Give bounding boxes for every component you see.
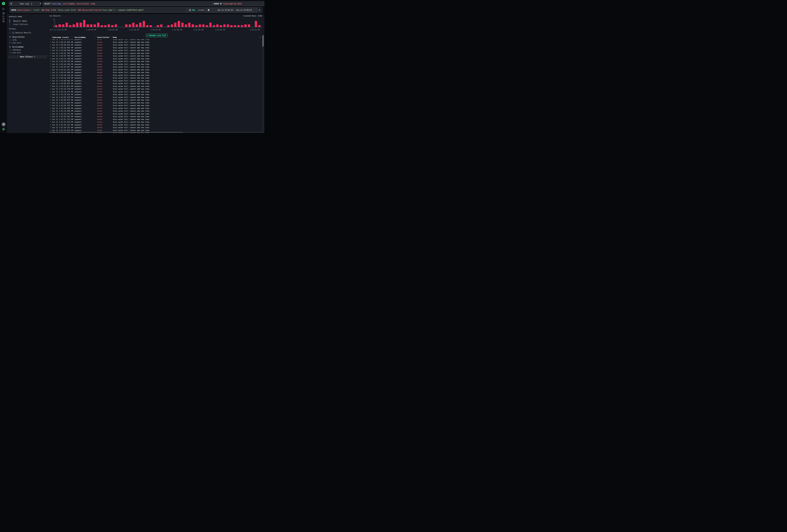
checkout-checkbox[interactable] xyxy=(9,49,11,51)
row-expand-icon[interactable] xyxy=(50,75,51,76)
histogram-bar[interactable] xyxy=(97,23,99,27)
histogram-bar[interactable] xyxy=(59,24,61,27)
histogram-bar[interactable] xyxy=(160,24,163,27)
row-expand-icon[interactable] xyxy=(50,58,51,59)
histogram-bar[interactable] xyxy=(87,24,89,27)
table-row[interactable]: Jun 11 1:55:16.296 PMpaymenterrorVisa ca… xyxy=(49,63,262,66)
histogram-bar[interactable] xyxy=(76,23,78,27)
row-expand-icon[interactable] xyxy=(50,110,51,112)
table-row[interactable]: Jun 11 1:53:24.274 PMpaymenterrorVisa ca… xyxy=(49,90,262,93)
run-query-button[interactable] xyxy=(257,7,262,13)
user-avatar[interactable]: U xyxy=(2,127,5,131)
histogram-bar[interactable] xyxy=(55,25,57,27)
row-expand-icon[interactable] xyxy=(50,66,51,67)
table-row[interactable]: Jun 11 1:56:32.843 PMpaymenterrorVisa ca… xyxy=(49,46,262,49)
histogram-bar[interactable] xyxy=(157,25,159,27)
histogram-bar[interactable] xyxy=(227,24,229,27)
histogram-bar[interactable] xyxy=(220,25,222,27)
resume-live-tail-button[interactable]: Resume Live Tail xyxy=(146,34,168,37)
search-logs-icon[interactable] xyxy=(2,12,5,15)
histogram-bar[interactable] xyxy=(108,24,110,27)
table-row[interactable]: Jun 11 1:53:00.676 PMpaymenterrorVisa ca… xyxy=(49,99,262,101)
histogram-bar[interactable] xyxy=(129,24,131,27)
table-row[interactable]: Jun 11 1:56:08.948 PMpaymenterrorVisa ca… xyxy=(49,49,262,52)
table-row[interactable]: Jun 11 1:55:07.827 PMpaymenterrorVisa ca… xyxy=(49,65,262,68)
histogram-bar[interactable] xyxy=(248,24,250,27)
more-filters-button[interactable]: More filters xyxy=(8,55,47,58)
row-expand-icon[interactable] xyxy=(50,63,51,65)
histogram-bar[interactable] xyxy=(202,24,205,27)
row-expand-icon[interactable] xyxy=(50,77,51,79)
histogram-bar[interactable] xyxy=(178,21,180,27)
row-expand-icon[interactable] xyxy=(50,113,51,114)
table-row[interactable]: Jun 11 1:53:10.922 PMpaymenterrorVisa ca… xyxy=(49,93,262,96)
table-row[interactable]: Jun 11 1:56:38.534 PMpaymenterrorVisa ca… xyxy=(49,43,262,46)
histogram-bar[interactable] xyxy=(104,25,106,27)
row-expand-icon[interactable] xyxy=(50,119,51,120)
histogram-bar[interactable] xyxy=(244,24,247,27)
histogram-bar[interactable] xyxy=(237,25,239,27)
table-row[interactable]: Jun 11 1:54:52.241 PMpaymenterrorVisa ca… xyxy=(49,68,262,71)
tab-results-table[interactable]: Results Table xyxy=(9,19,28,23)
denoise-checkbox[interactable] xyxy=(9,32,11,34)
histogram-bar[interactable] xyxy=(213,25,215,27)
table-row[interactable]: Jun 11 1:52:35.232 PMpaymenterrorVisa ca… xyxy=(49,104,262,107)
table-row[interactable]: Jun 11 1:52:30.469 PMpaymenterrorVisa ca… xyxy=(49,107,262,110)
vertical-scrollbar[interactable] xyxy=(262,35,264,132)
histogram-bar[interactable] xyxy=(174,23,176,27)
time-range-picker[interactable]: Jun 11 13:41:52 - Jun 11 13:56:52 xyxy=(206,7,258,13)
column-header-servicename[interactable]: ServiceName xyxy=(75,36,86,38)
row-expand-icon[interactable] xyxy=(50,47,51,48)
histogram-bar[interactable] xyxy=(230,25,233,27)
histogram-bar[interactable] xyxy=(136,24,138,27)
histogram-bar[interactable] xyxy=(146,25,148,27)
row-expand-icon[interactable] xyxy=(50,99,51,101)
tab-event-patterns[interactable]: Event Patterns xyxy=(9,23,28,26)
table-row[interactable]: Jun 11 1:52:02.581 PMpaymenterrorVisa ca… xyxy=(49,115,262,118)
table-row[interactable]: Jun 11 1:56:42.995 PMpaymenterrorVisa ca… xyxy=(49,41,262,44)
dashboards-icon[interactable] xyxy=(2,20,5,23)
search-icon[interactable] xyxy=(9,36,11,38)
row-expand-icon[interactable] xyxy=(50,130,51,131)
row-expand-icon[interactable] xyxy=(50,83,51,84)
column-grip-icon[interactable] xyxy=(73,36,73,38)
select-query-input[interactable]: SELECT Timestamp, ServiceName, SeverityT… xyxy=(43,2,213,6)
table-row[interactable]: Jun 11 1:51:31.415 PMpaymenterrorVisa ca… xyxy=(49,129,262,132)
histogram-bar[interactable] xyxy=(188,23,190,27)
column-header-severitytext[interactable]: SeverityText xyxy=(97,36,109,38)
histogram-bar[interactable] xyxy=(185,24,187,27)
servicename-load-more[interactable]: Load more xyxy=(9,51,21,54)
sessions-icon[interactable] xyxy=(2,17,5,20)
where-query-input[interactable]: WHERE SeverityText = 'error' AND Body IL… xyxy=(9,7,189,13)
row-expand-icon[interactable] xyxy=(50,102,51,103)
source-settings-icon[interactable]: ⚙ xyxy=(39,2,42,5)
histogram-bar[interactable] xyxy=(66,23,68,27)
table-row[interactable]: Jun 11 1:54:43.948 PMpaymenterrorVisa ca… xyxy=(49,71,262,74)
histogram-bar[interactable] xyxy=(83,20,85,27)
horizontal-scrollbar-thumb[interactable] xyxy=(49,132,183,133)
histogram-bar[interactable] xyxy=(94,24,96,27)
table-row[interactable]: Jun 11 1:52:19.473 PMpaymenterrorVisa ca… xyxy=(49,112,262,115)
sidebar-toggle-icon[interactable] xyxy=(2,7,5,10)
row-expand-icon[interactable] xyxy=(50,116,51,117)
histogram-bar[interactable] xyxy=(209,23,212,27)
histogram-bar[interactable] xyxy=(224,24,226,27)
histogram-bar[interactable] xyxy=(181,23,184,27)
histogram-bar[interactable] xyxy=(206,25,208,27)
language-lucene-option[interactable]: Lucene xyxy=(198,9,205,11)
row-expand-icon[interactable] xyxy=(50,94,51,95)
histogram-bar[interactable] xyxy=(167,25,170,27)
severitytext-load-more[interactable]: Load more xyxy=(9,42,21,44)
table-options-icon[interactable]: ⋮ xyxy=(259,36,261,38)
table-row[interactable]: Jun 11 1:51:43.121 PMpaymenterrorVisa ca… xyxy=(49,123,262,126)
row-expand-icon[interactable] xyxy=(50,61,51,62)
help-button[interactable]: ? xyxy=(2,123,5,126)
table-row[interactable]: Jun 11 1:51:39.115 PMpaymenterrorVisa ca… xyxy=(49,126,262,129)
table-row[interactable]: Jun 11 1:52:25.630 PMpaymenterrorVisa ca… xyxy=(49,109,262,112)
row-expand-icon[interactable] xyxy=(50,80,51,81)
column-grip-icon[interactable] xyxy=(96,36,96,38)
language-sql-option[interactable]: SQL xyxy=(192,9,195,11)
row-expand-icon[interactable] xyxy=(50,69,51,70)
row-expand-icon[interactable] xyxy=(50,55,51,57)
row-expand-icon[interactable] xyxy=(50,41,51,43)
